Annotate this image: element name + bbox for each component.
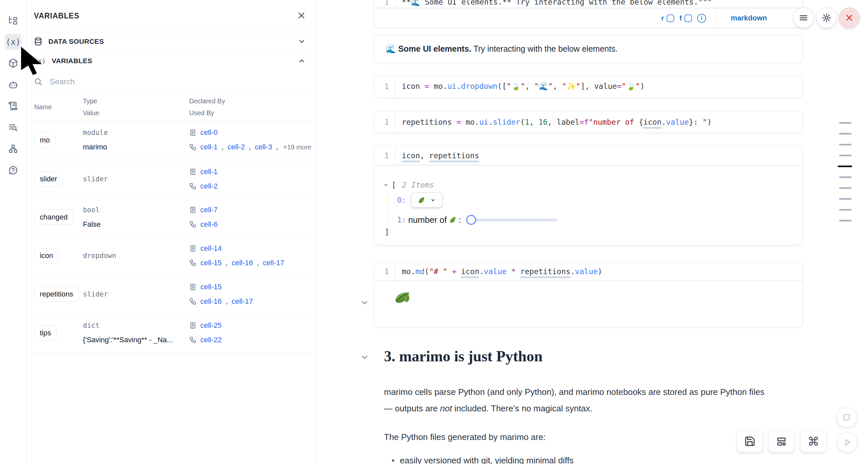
cell-md-output[interactable]: 1 mo.md("# " + icon.value * repetitions.… [374,262,803,327]
cell-link[interactable]: cell-7 [200,206,218,214]
cell-markdown-source[interactable]: 1 **🌊 Some UI elements.** Try interactin… [374,0,803,28]
cell-slider-code[interactable]: 1 repetitions = mo.ui.slider(1, 16, labe… [374,111,803,133]
markdown-mode-label[interactable]: markdown [731,14,767,22]
code-line[interactable]: repetitions = mo.ui.slider(1, 16, label=… [395,118,712,126]
variable-type: slider [83,290,108,298]
text-search-icon[interactable] [5,120,21,135]
minimap-cell-marker-active[interactable] [838,165,852,167]
cell-link[interactable]: cell-25 [200,321,222,330]
cell-link[interactable]: cell-17 [231,297,253,306]
hamburger-icon [799,13,808,23]
ai-assistant-icon[interactable] [5,77,21,92]
cell-link[interactable]: cell-0 [200,128,218,137]
separator: , [249,143,251,151]
variables-panel: VARIABLES DATA SOURCES (x) VARIABLES Nam… [27,0,316,464]
code-line[interactable]: **🌊 Some UI elements.** Try interacting … [395,0,712,7]
minimap-cell-marker[interactable] [839,176,851,178]
leaf-emoji-output [392,288,412,310]
cell-link[interactable]: cell-15 [200,259,222,267]
document-icon [189,168,196,176]
more-cells-label[interactable]: +19 more [283,144,311,151]
table-row-mo: mo module marimo cell-0 cell-1, cell-2, … [27,121,316,160]
separator: , [276,143,278,151]
workflow-icon [189,259,196,267]
cell-widgets[interactable]: 1 icon, repetitions [ 2 Items 0: 1: [374,146,803,245]
document-icon [189,283,196,290]
command-palette-button[interactable]: ⌘ [800,430,827,452]
minimap-cell-marker[interactable] [839,209,851,211]
markdown-output-text: 🌊 Some UI elements. Try interacting with… [385,44,618,54]
code-line[interactable]: icon, repetitions [395,151,479,160]
collapse-cell-chevron[interactable] [360,298,369,307]
save-button[interactable] [737,430,763,452]
collapse-section-chevron[interactable] [360,353,369,362]
variable-type: bool [83,206,100,214]
minimap-cell-marker[interactable] [839,122,851,124]
tree-index: 0: [397,196,406,204]
cell-link[interactable]: cell-14 [200,244,222,253]
cell-link[interactable]: cell-17 [263,259,284,267]
line-number: 1 [374,82,389,91]
close-panel-icon[interactable] [297,11,306,21]
search-input[interactable] [50,77,280,86]
cell-link[interactable]: cell-16 [200,297,222,306]
section-variables[interactable]: (x) VARIABLES [27,51,316,71]
output-tree: [ 2 Items 0: 1: number of : [374,166,803,245]
slider-track[interactable] [471,218,557,221]
cell-link[interactable]: cell-15 [200,283,222,291]
cell-link[interactable]: cell-2 [228,143,245,151]
shutdown-button[interactable] [839,7,860,28]
reactive-checkbox[interactable] [666,14,674,22]
cell-markdown-output[interactable]: 🌊 Some UI elements. Try interacting with… [374,35,803,63]
workflow-icon [189,298,196,305]
cell-dropdown-code[interactable]: 1 icon = mo.ui.dropdown(["🍃", "🌊", "✨"],… [374,75,803,97]
cell-link[interactable]: cell-22 [200,336,222,344]
table-row-repetitions: repetitions slider cell-15 cell-16, cell… [27,275,316,314]
slider-widget[interactable] [466,215,557,225]
variable-name-badge: icon [34,248,59,263]
cell-link[interactable]: cell-6 [200,220,218,229]
chevron-down-icon[interactable] [383,182,389,188]
help-icon[interactable] [5,162,21,178]
minimap-cell-marker[interactable] [839,133,851,134]
variable-name-badge: tips [34,326,57,341]
dropdown-widget[interactable] [411,192,442,208]
variable-value: marimo [83,143,107,151]
cell-link[interactable]: cell-3 [255,143,272,151]
variables-search [27,71,316,93]
info-icon[interactable]: i [697,14,706,23]
section-heading: 3. marimo is just Python [384,347,542,365]
code-line[interactable]: icon = mo.ui.dropdown(["🍃", "🌊", "✨"], v… [395,82,645,91]
scroll-to-top-button[interactable] [836,407,857,428]
code-line[interactable]: mo.md("# " + icon.value * repetitions.va… [395,267,602,276]
slider-thumb[interactable] [466,215,476,225]
tree-index: 1: [397,216,406,224]
tree-guide-line [387,193,388,231]
minimap-cell-marker[interactable] [839,220,851,221]
variable-type: module [83,129,108,136]
header-type: Type [83,97,97,105]
dependency-graph-icon[interactable] [5,141,21,157]
section-data-sources[interactable]: DATA SOURCES [27,32,316,51]
minimap-cell-marker[interactable] [839,144,851,146]
cell-link[interactable]: cell-2 [200,182,218,190]
layout-button[interactable] [768,430,795,452]
variable-type: dropdown [83,252,116,260]
leaf-emoji [417,196,426,204]
minimap-cell-marker[interactable] [839,155,851,156]
minimap-cell-marker[interactable] [839,198,851,200]
format-checkbox[interactable] [684,14,692,22]
minimap-cell-marker[interactable] [839,187,851,189]
snippets-icon[interactable] [5,98,21,114]
packages-icon[interactable] [5,55,21,71]
cell-link[interactable]: cell-1 [200,167,218,176]
file-tree-icon[interactable] [5,12,21,28]
panel-title: VARIABLES [34,11,79,21]
layout-icon [776,436,787,447]
notebook-menu-button[interactable] [793,7,814,28]
cell-link[interactable]: cell-16 [231,259,253,267]
settings-button[interactable] [816,7,837,28]
run-button[interactable] [837,432,858,453]
variables-panel-icon[interactable]: (x) [5,34,21,50]
cell-link[interactable]: cell-1 [200,143,218,151]
